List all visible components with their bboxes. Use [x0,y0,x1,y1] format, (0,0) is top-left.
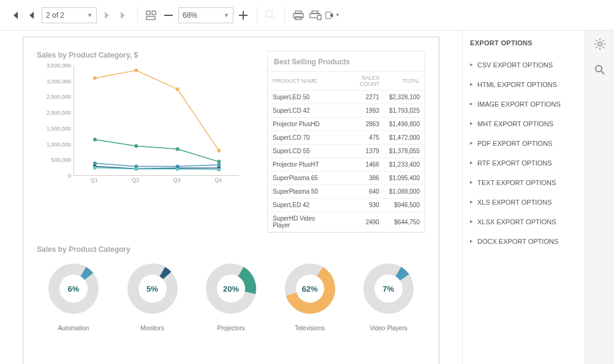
svg-point-44 [598,42,602,46]
svg-point-22 [93,161,97,165]
zoom-selector[interactable]: 68%▼ [178,7,233,23]
donut-chart: 7%Video Players [352,261,425,332]
svg-point-14 [93,77,97,80]
highlight-button [263,8,278,23]
export-options-panel: EXPORT OPTIONS CSV EXPORT OPTIONSHTML EX… [462,31,585,364]
svg-point-16 [176,88,180,91]
page-selector[interactable]: 2 of 2▼ [42,7,97,23]
table-row: Projector PlusHT1466$1,233,400 [268,158,425,172]
last-page-button [116,8,131,23]
export-option[interactable]: PDF EXPORT OPTIONS [470,134,577,153]
export-option[interactable]: IMAGE EXPORT OPTIONS [470,94,577,114]
export-option[interactable]: DOCX EXPORT OPTIONS [470,232,577,251]
svg-point-15 [134,69,138,72]
table-row: SuperLCD 70475$1,472,000 [268,131,425,145]
svg-rect-7 [295,11,301,13]
export-option[interactable]: MHT EXPORT OPTIONS [470,114,577,134]
donut-chart: 62%Televisions [273,261,347,332]
donut-chart: 6%Automation [37,261,110,332]
svg-point-21 [217,160,221,164]
toolbar: 2 of 2▼ 68%▼ ▼ [0,0,614,31]
line-chart: 0500,0001,000,0001,500,0002,000,0002,500… [37,66,239,188]
search-icon[interactable] [593,63,607,77]
table-row: SuperLCD 421993$1,793,025 [268,104,425,118]
caret-down-icon: ▼ [224,12,229,18]
col-product-name: PRODUCT NAME [268,72,337,91]
table-row: Projector PlusHD2863$1,498,800 [268,118,425,131]
export-option[interactable]: TEXT EXPORT OPTIONS [470,173,577,192]
svg-rect-1 [152,11,156,15]
export-option[interactable]: CSV EXPORT OPTIONS [470,55,577,75]
export-option[interactable]: XLS EXPORT OPTIONS [470,192,577,212]
svg-point-20 [176,147,180,151]
export-button[interactable]: ▼ [325,8,340,23]
donut-chart: 20%Projectors [194,261,268,332]
multipage-button[interactable] [144,8,159,23]
line-chart-title: Sales by Product Category, $ [37,51,257,59]
svg-rect-10 [312,11,318,13]
svg-point-18 [93,138,97,142]
first-page-button[interactable] [7,8,22,23]
zoom-in-button[interactable] [236,8,251,23]
prev-page-button[interactable] [25,8,39,23]
col-sales-count: SALES COUNT [337,72,384,91]
print-page-button[interactable] [308,8,323,23]
svg-point-19 [134,144,138,148]
svg-point-25 [217,163,221,167]
table-title: Best Selling Products [268,51,425,71]
caret-down-icon: ▼ [87,12,93,18]
export-option[interactable]: RTF EXPORT OPTIONS [470,153,577,173]
export-options-title: EXPORT OPTIONS [470,39,577,47]
svg-point-17 [217,149,221,153]
settings-icon[interactable] [593,37,607,51]
report-page: Sales by Product Category, $ 0500,0001,0… [23,37,439,364]
export-option[interactable]: HTML EXPORT OPTIONS [470,75,577,94]
table-row: SuperHD Video Player2490$644,750 [268,212,425,232]
donut-section-title: Sales by Product Category [37,245,425,254]
export-option[interactable]: XLSX EXPORT OPTIONS [470,212,577,232]
svg-rect-3 [164,15,173,16]
zoom-out-button[interactable] [161,8,176,23]
report-viewer[interactable]: Sales by Product Category, $ 0500,0001,0… [0,31,462,364]
svg-rect-0 [146,11,150,15]
zoom-text: 68% [183,11,197,20]
donut-chart: 5%Monitors [116,261,189,332]
print-button[interactable] [291,8,306,23]
svg-rect-6 [266,11,272,17]
table-row: SuperLED 502271$2,328,100 [268,91,425,104]
col-total: TOTAL [384,72,425,91]
svg-point-33 [217,168,221,172]
table-row: SuperPlasma 65386$1,095,400 [268,172,425,185]
table-row: SuperLED 42930$946,500 [268,199,425,212]
svg-rect-12 [317,15,321,20]
table-row: SuperPlasma 50640$1,088,000 [268,185,425,199]
page-info-text: 2 of 2 [46,11,64,20]
table-row: SuperLCD 551379$1,378,055 [268,145,425,158]
svg-point-31 [134,167,138,171]
svg-point-45 [596,66,602,72]
svg-point-30 [93,166,97,170]
next-page-button [99,8,114,23]
side-rail [585,31,614,364]
svg-rect-2 [146,17,155,20]
best-selling-table: Best Selling Products PRODUCT NAME SALES… [267,51,425,233]
svg-rect-5 [243,11,244,20]
svg-point-32 [176,167,180,171]
svg-rect-8 [294,13,303,18]
